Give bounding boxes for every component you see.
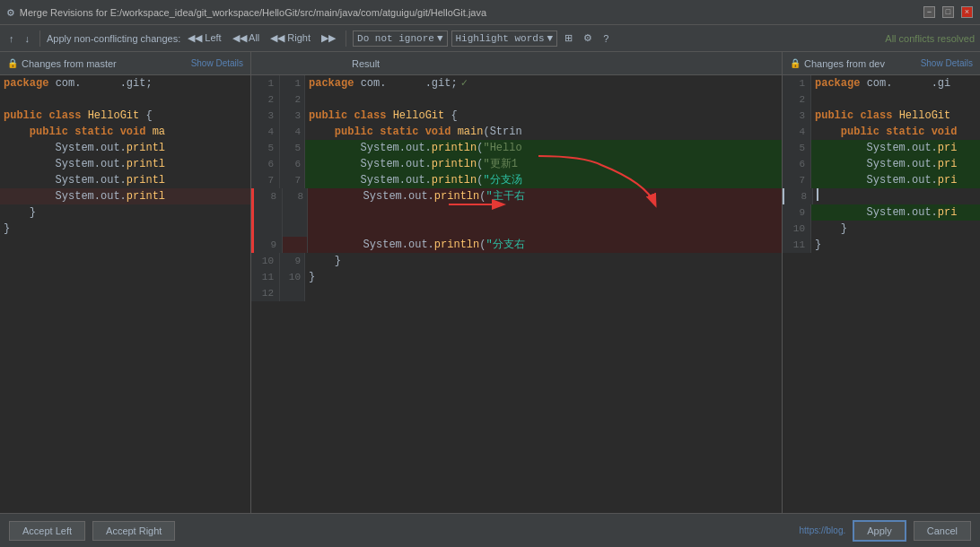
bottom-bar: Accept Left Accept Right https://blog. A… <box>0 513 980 547</box>
left-panel-content: package com. .git; public class HelloGit… <box>0 75 250 513</box>
right-line-3: public class HelloGit <box>811 108 980 124</box>
right-lnum-5: 5 <box>783 140 811 156</box>
right-lnum-11: 11 <box>783 237 811 253</box>
right-lnum-7: 7 <box>783 172 811 188</box>
table-row: 2 <box>783 91 980 108</box>
mid-lnum9-right <box>283 237 308 253</box>
minimize-button[interactable]: − <box>923 6 935 18</box>
table-row: 4 4 public static void main(Strin <box>251 124 782 140</box>
mid-line-6: System.out.println("更新1 <box>305 156 782 172</box>
table-row: 1 package com. .gi <box>783 75 980 91</box>
bottom-left: Accept Left Accept Right <box>9 521 175 541</box>
toolbar: ↑ ↓ Apply non-conflicting changes: ◀◀ Le… <box>0 25 980 52</box>
left-line-8: System.out.printl <box>0 188 250 204</box>
mid-line-2 <box>305 91 782 108</box>
right-line-1: package com. .gi <box>811 75 980 91</box>
table-row: } <box>0 221 250 237</box>
table-row: 9 System.out.pri <box>783 204 980 221</box>
highlight-chevron-icon: ▼ <box>547 33 554 44</box>
right-line-2 <box>811 91 980 108</box>
right-panel: 🔒 Changes from dev Show Details 1 packag… <box>783 52 980 513</box>
right-line-11: } <box>811 237 980 253</box>
accept-right-button[interactable]: Accept Right <box>92 521 175 541</box>
mid-line-11: } <box>305 269 782 285</box>
accept-left-button[interactable]: Accept Left <box>9 521 85 541</box>
conflicts-resolved-label: All conflicts resolved <box>885 33 975 44</box>
mid-lnum2-right: 2 <box>280 91 305 108</box>
table-row: 3 3 public class HelloGit { <box>251 108 782 124</box>
middle-panel-content: 1 1 package com. .git;✓ 2 2 3 3 public c… <box>251 75 782 513</box>
prev-conflict-button[interactable]: ↑ <box>5 31 18 46</box>
right-line-9: System.out.pri <box>811 204 980 221</box>
right-lnum-1: 1 <box>783 75 811 91</box>
middle-panel-label: Result <box>352 58 380 69</box>
left-panel-label: Changes from master <box>22 58 117 69</box>
mid-line-1: package com. .git;✓ <box>305 75 782 91</box>
table-row: 10 9 } <box>251 253 782 269</box>
apply-button[interactable]: Apply <box>853 520 906 542</box>
mid-lnum9-left: 9 <box>254 237 283 253</box>
mid-lnum4-left: 4 <box>251 124 280 140</box>
mid-lnum3-left: 3 <box>251 108 280 124</box>
app-icon: ⚙ <box>7 5 14 20</box>
table-row: public static void ma <box>0 124 250 140</box>
apply-right-button[interactable]: ◀◀ Right <box>267 30 314 46</box>
left-line-9: } <box>0 204 250 221</box>
left-show-details-link[interactable]: Show Details <box>191 58 243 68</box>
mid-lnum10-left: 10 <box>251 253 280 269</box>
settings-button[interactable]: ⚙ <box>580 30 596 46</box>
mid-lnum10-right: 9 <box>280 253 305 269</box>
table-row: 7 7 System.out.println("分支汤 <box>251 172 782 188</box>
ignore-dropdown[interactable]: Do not ignore ▼ <box>353 30 447 47</box>
table-row: 10 } <box>783 221 980 237</box>
middle-panel-header: Result <box>251 52 782 75</box>
right-line-4: public static void <box>811 124 980 140</box>
right-show-details-link[interactable]: Show Details <box>921 58 973 68</box>
mid-lnum6-right: 6 <box>280 156 305 172</box>
left-panel-title: 🔒 Changes from master <box>7 58 117 69</box>
right-lock-icon: 🔒 <box>790 58 801 68</box>
highlight-label: Highlight words <box>456 33 545 44</box>
left-line-3: public class HelloGit { <box>0 108 250 124</box>
right-lnum-6: 6 <box>783 156 811 172</box>
maximize-button[interactable]: □ <box>942 6 954 18</box>
apply-left-button[interactable]: ◀◀ Left <box>184 30 224 46</box>
left-line-7: System.out.printl <box>0 172 250 188</box>
highlight-dropdown[interactable]: Highlight words ▼ <box>451 30 558 47</box>
table-row: 5 5 System.out.println("Hello <box>251 140 782 156</box>
title-bar-left: ⚙ Merge Revisions for E:/workspace_idea/… <box>7 5 486 20</box>
cancel-button[interactable]: Cancel <box>914 521 971 541</box>
right-lnum-4: 4 <box>783 124 811 140</box>
columns-button[interactable]: ⊞ <box>561 30 576 46</box>
mid-line-9: System.out.println("分支右 <box>308 237 782 253</box>
table-row: 11 10 } <box>251 269 782 285</box>
apply-non-conflicting-label: Apply non-conflicting changes: <box>47 33 180 44</box>
right-line-8 <box>813 188 980 204</box>
table-row: } <box>0 204 250 221</box>
table-row: System.out.printl <box>0 140 250 156</box>
mid-lnum7-left: 7 <box>251 172 280 188</box>
bottom-right: https://blog. Apply Cancel <box>800 520 971 542</box>
table-row: 6 System.out.pri <box>783 156 980 172</box>
close-button[interactable]: × <box>961 6 973 18</box>
mid-lnum11-right: 10 <box>280 269 305 285</box>
apply-right-arrow-button[interactable]: ▶▶ <box>318 30 339 46</box>
table-row: 5 System.out.pri <box>783 140 980 156</box>
next-conflict-button[interactable]: ↓ <box>22 31 34 46</box>
help-button[interactable]: ? <box>599 31 612 46</box>
apply-all-button[interactable]: ◀◀ All <box>229 30 264 46</box>
window-controls[interactable]: − □ × <box>923 6 973 18</box>
ignore-label: Do not ignore <box>357 33 434 44</box>
title-bar: ⚙ Merge Revisions for E:/workspace_idea/… <box>0 0 980 25</box>
right-lnum-3: 3 <box>783 108 811 124</box>
mid-lnum5-left: 5 <box>251 140 280 156</box>
left-lock-icon: 🔒 <box>7 58 18 68</box>
right-line-7: System.out.pri <box>811 172 980 188</box>
table-row: System.out.printl <box>0 188 250 204</box>
separator-2 <box>346 30 346 47</box>
mid-lnum8-left: 8 <box>254 188 283 237</box>
table-row: public class HelloGit { <box>0 108 250 124</box>
left-line-10: } <box>0 221 250 237</box>
middle-panel: Result 1 1 package com. .git;✓ 2 2 <box>251 52 783 513</box>
left-code-area: package com. .git; public class HelloGit… <box>0 75 250 513</box>
